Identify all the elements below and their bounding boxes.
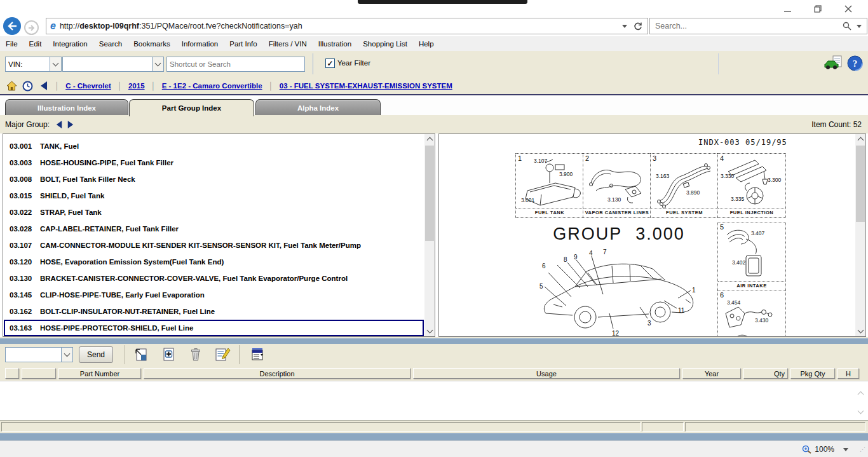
search-input[interactable]: [650, 21, 843, 31]
menu-help[interactable]: Help: [413, 38, 440, 50]
illustration-cell-vapor-canister[interactable]: 2 3.130 VAPOR CANISTER LINES: [583, 153, 651, 218]
cell-caption: FUEL TANK: [516, 208, 583, 217]
send-button[interactable]: Send: [79, 346, 113, 363]
action-select-arrow-icon[interactable]: [61, 348, 72, 362]
header-select[interactable]: [5, 368, 19, 379]
vehicle-select-arrow-icon[interactable]: [152, 57, 163, 71]
search-box[interactable]: [649, 18, 867, 34]
part-list-scrollbar[interactable]: [424, 134, 435, 336]
illustration-cell-fuel-injection[interactable]: 4 3.330 3.300 3.335 FUEL INJECTION: [717, 153, 786, 218]
action-select[interactable]: [5, 347, 73, 362]
help-icon[interactable]: ?: [847, 55, 863, 71]
tab-part-group-index[interactable]: Part Group Index: [129, 99, 254, 116]
menu-illustration[interactable]: Illustration: [313, 38, 357, 50]
menu-integration[interactable]: Integration: [47, 38, 93, 50]
part-group-row-selected[interactable]: 03.163HOSE-PIPE-PROTECTOR-SHIELD, Fuel L…: [4, 320, 424, 336]
vehicle-select[interactable]: [62, 57, 164, 72]
part-group-row[interactable]: 03.107CAM-CONNECTOR-MODULE KIT-SENDER KI…: [3, 237, 435, 254]
tab-illustration-index[interactable]: Illustration Index: [5, 99, 128, 116]
zoom-control[interactable]: 100%: [802, 445, 848, 454]
part-group-row[interactable]: 03.001TANK, Fuel: [3, 138, 435, 154]
shortcut-search-input[interactable]: [166, 57, 305, 72]
menu-edit[interactable]: Edit: [24, 38, 48, 50]
part-group-row[interactable]: 03.120HOSE, Evaporation Emission System(…: [3, 254, 435, 270]
part-group-row[interactable]: 03.130BRACKET-CANISTER-CONNECTOR-COVER-V…: [3, 270, 435, 287]
menu-part-info[interactable]: Part Info: [224, 38, 262, 50]
header-qty[interactable]: Qty: [743, 368, 788, 379]
refresh-icon[interactable]: [634, 22, 642, 31]
part-group-row[interactable]: 03.008BOLT, Fuel Tank Filler Neck: [3, 171, 435, 188]
header-part-number[interactable]: Part Number: [58, 368, 141, 379]
edit-notes-icon[interactable]: [214, 346, 231, 364]
illustration-cell-fuel-system[interactable]: 3 3.163 3.890 FUEL SYSTEM: [650, 153, 719, 218]
year-filter-checkbox[interactable]: ✓: [325, 58, 335, 68]
illustration-scrollbar[interactable]: [855, 134, 865, 336]
tab-alpha-index[interactable]: Alpha Index: [255, 99, 381, 116]
menu-file[interactable]: File: [0, 38, 24, 50]
grid-scroll-up-icon[interactable]: [858, 388, 863, 399]
menu-search[interactable]: Search: [93, 38, 128, 50]
menu-shopping-list[interactable]: Shopping List: [357, 38, 413, 50]
breadcrumb-model[interactable]: E - 1E2 - Camaro Convertible: [162, 82, 262, 90]
vin-select-arrow-icon[interactable]: [50, 57, 61, 71]
illustration-cell-fuel-tank[interactable]: 1 3.107 3.900 3.001 FUEL TANK: [515, 153, 584, 218]
history-clock-icon[interactable]: [22, 81, 33, 92]
address-bar[interactable]: e http://desktop-l09qrhf:351/PQMace/root…: [46, 18, 648, 34]
back-button[interactable]: [3, 17, 21, 35]
car-callout: 1: [692, 287, 696, 294]
illustration-cell-air-intake[interactable]: 5 3.407 3.402 AIR INTAKE: [717, 222, 786, 291]
part-group-row[interactable]: 03.003HOSE-HOUSING-PIPE, Fuel Tank Fille…: [3, 154, 435, 171]
menu-filters-vin[interactable]: Filters / VIN: [263, 38, 313, 50]
scroll-up-icon[interactable]: [855, 134, 865, 144]
part-group-row[interactable]: 03.145CLIP-HOSE-PIPE-TUBE, Early Fuel Ev…: [3, 287, 435, 303]
zoom-magnifier-icon: [802, 445, 812, 454]
zoom-dropdown-icon[interactable]: [843, 448, 848, 451]
scroll-down-icon[interactable]: [855, 326, 865, 336]
resize-grip[interactable]: ⋰: [860, 446, 865, 453]
car-callout: 7: [603, 249, 607, 256]
menu-bookmarks[interactable]: Bookmarks: [128, 38, 176, 50]
car-callout: 6: [542, 263, 546, 269]
header-year[interactable]: Year: [682, 368, 741, 379]
vehicle-report-icon[interactable]: [824, 55, 843, 72]
restore-button[interactable]: [807, 3, 829, 15]
search-dropdown-icon[interactable]: [857, 25, 862, 28]
part-group-row[interactable]: 03.022STRAP, Fuel Tank: [3, 204, 435, 221]
part-group-row[interactable]: 03.162BOLT-CLIP-INSULATOR-NUT-RETAINER, …: [3, 303, 435, 320]
header-blank[interactable]: [22, 368, 56, 379]
breadcrumb-make[interactable]: C - Chevrolet: [65, 82, 111, 90]
scroll-down-icon[interactable]: [424, 326, 435, 336]
breadcrumb-back-icon[interactable]: [41, 81, 47, 90]
header-pkg-qty[interactable]: Pkg Qty: [790, 368, 835, 379]
forward-button[interactable]: [24, 20, 39, 35]
home-icon[interactable]: [6, 81, 17, 91]
breadcrumb-year[interactable]: 2015: [128, 82, 145, 90]
scroll-up-icon[interactable]: [424, 134, 435, 144]
header-description[interactable]: Description: [144, 368, 410, 379]
part-ref-label: 3.330: [721, 173, 734, 179]
address-dropdown-icon[interactable]: [622, 25, 627, 28]
part-group-row[interactable]: 03.028CAP-LABEL-RETAINER, Fuel Tank Fill…: [3, 221, 435, 237]
part-group-row[interactable]: 03.015SHIELD, Fuel Tank: [3, 188, 435, 204]
menu-information[interactable]: Information: [176, 38, 224, 50]
add-item-icon[interactable]: [160, 346, 178, 364]
search-icon[interactable]: [843, 22, 851, 31]
vin-select[interactable]: VIN:: [5, 57, 62, 72]
car-callout: 12: [612, 330, 619, 337]
illustration-cell-6[interactable]: 6 3.454 3.430 3.469: [717, 290, 786, 337]
minimize-button[interactable]: [776, 3, 798, 15]
grid-scroll-down-icon[interactable]: [858, 404, 863, 416]
open-illustration-icon[interactable]: [132, 346, 150, 364]
major-group-next-icon[interactable]: [68, 121, 74, 128]
cell-caption: FUEL SYSTEM: [651, 208, 718, 217]
breadcrumb: │ C - Chevrolet │ 2015 │ E - 1E2 - Camar…: [0, 78, 868, 94]
part-ref-label: 3.001: [521, 197, 534, 203]
column-options-icon[interactable]: [249, 346, 267, 364]
results-grid-body[interactable]: [0, 381, 868, 421]
header-h[interactable]: H: [837, 368, 859, 379]
major-group-prev-icon[interactable]: [57, 121, 62, 128]
header-usage[interactable]: Usage: [413, 368, 680, 379]
close-button[interactable]: [837, 3, 859, 15]
breadcrumb-group[interactable]: 03 - FUEL SYSTEM-EXHAUST-EMISSION SYSTEM: [280, 82, 452, 90]
delete-icon[interactable]: [187, 346, 205, 364]
